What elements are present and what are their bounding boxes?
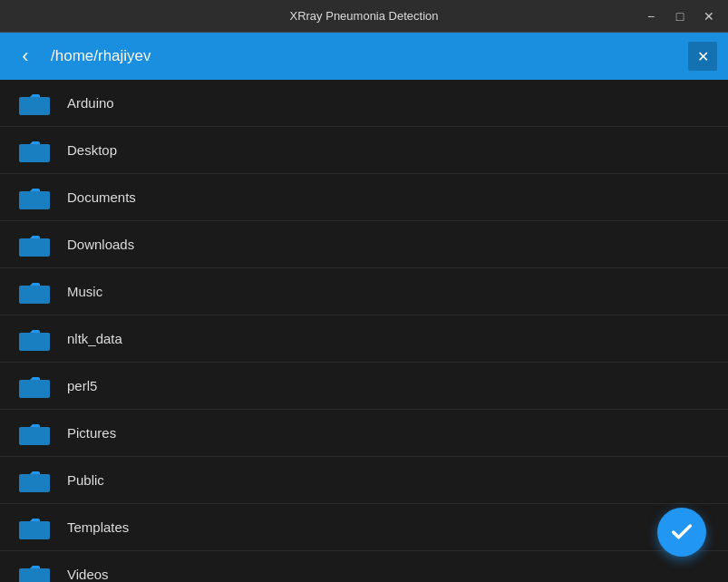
svg-rect-6 xyxy=(19,380,50,398)
svg-rect-0 xyxy=(19,97,50,115)
folder-icon xyxy=(18,326,51,352)
title-bar: XRray Pneumonia Detection − □ ✕ xyxy=(0,0,728,33)
folder-icon xyxy=(18,421,51,446)
folder-icon xyxy=(18,468,51,493)
back-button[interactable]: ‹ xyxy=(11,42,40,71)
folder-name: Downloads xyxy=(67,237,134,252)
folder-icon xyxy=(18,373,51,399)
list-item[interactable]: Desktop xyxy=(0,127,728,174)
maximize-button[interactable]: □ xyxy=(668,7,692,25)
folder-name: Videos xyxy=(67,567,109,582)
list-item[interactable]: perl5 xyxy=(0,363,728,410)
folder-name: perl5 xyxy=(67,378,97,393)
folder-name: Arduino xyxy=(67,95,114,111)
list-item[interactable]: Downloads xyxy=(0,221,728,268)
list-item[interactable]: Documents xyxy=(0,174,728,221)
svg-rect-4 xyxy=(19,286,50,304)
folder-name: Templates xyxy=(67,519,129,535)
svg-rect-10 xyxy=(19,568,50,583)
svg-rect-2 xyxy=(19,191,50,209)
svg-rect-8 xyxy=(19,474,50,492)
list-item[interactable]: Pictures xyxy=(0,410,728,457)
list-item[interactable]: nltk_data xyxy=(0,315,728,363)
list-item[interactable]: Music xyxy=(0,268,728,315)
svg-rect-5 xyxy=(19,333,50,351)
list-item[interactable]: Public xyxy=(0,457,728,504)
folder-name: Public xyxy=(67,472,104,488)
confirm-button[interactable] xyxy=(657,508,706,557)
svg-rect-3 xyxy=(19,238,50,257)
folder-name: Documents xyxy=(67,189,136,205)
folder-icon xyxy=(18,91,51,116)
folder-icon xyxy=(18,138,51,163)
folder-icon xyxy=(18,232,51,257)
list-item[interactable]: Templates xyxy=(0,504,728,551)
list-item[interactable]: Arduino xyxy=(0,80,728,127)
folder-name: Desktop xyxy=(67,142,117,158)
folder-icon xyxy=(18,515,51,540)
folder-name: nltk_data xyxy=(67,331,122,346)
app-title: XRray Pneumonia Detection xyxy=(289,9,438,23)
list-item[interactable]: Videos xyxy=(0,551,728,582)
close-button[interactable]: ✕ xyxy=(697,7,721,25)
folder-name: Music xyxy=(67,284,102,299)
nav-close-button[interactable]: ✕ xyxy=(688,42,717,71)
svg-rect-9 xyxy=(19,521,50,539)
minimize-button[interactable]: − xyxy=(639,7,663,25)
svg-rect-1 xyxy=(19,144,50,162)
current-path: /home/rhajiyev xyxy=(51,47,677,65)
svg-rect-7 xyxy=(19,427,50,445)
navigation-bar: ‹ /home/rhajiyev ✕ xyxy=(0,33,728,80)
folder-icon xyxy=(18,562,51,583)
folder-name: Pictures xyxy=(67,425,116,441)
window-controls: − □ ✕ xyxy=(639,7,721,25)
folder-icon xyxy=(18,185,51,210)
folder-icon xyxy=(18,279,51,305)
file-list: ArduinoDesktopDocumentsDownloadsMusicnlt… xyxy=(0,80,728,582)
